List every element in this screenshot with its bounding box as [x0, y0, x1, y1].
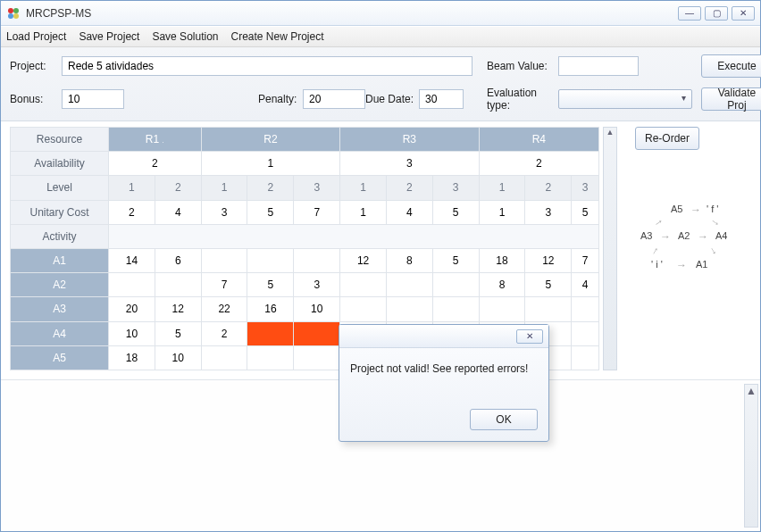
penalty-input[interactable] [303, 89, 365, 109]
svg-point-1 [13, 8, 19, 13]
rowhead-availability: Availability [11, 152, 109, 176]
rowhead-resource: Resource [11, 128, 109, 152]
arrow-icon: → [660, 230, 671, 243]
col-r3: R3 [340, 128, 479, 152]
arrow-icon: → [647, 243, 663, 258]
node-i: ' i ' [651, 259, 663, 270]
close-button[interactable]: ✕ [732, 6, 755, 21]
minimize-button[interactable]: — [678, 6, 701, 21]
rowhead-activity: Activity [11, 224, 109, 248]
menu-load-project[interactable]: Load Project [6, 30, 66, 43]
arrow-icon: → [690, 204, 701, 216]
window-controls: — ▢ ✕ [678, 6, 755, 21]
right-pane: Re-Order A5 → ' f ' A3 A2 A4 → → → → ' i… [631, 127, 751, 370]
rowhead-level: Level [11, 176, 109, 200]
node-a1: A1 [696, 259, 707, 270]
eval-combo[interactable] [558, 89, 692, 109]
menu-save-project[interactable]: Save Project [79, 30, 139, 43]
project-label: Project: [10, 60, 62, 72]
toolbar: Project: Beam Value: Execute Bonus: Pena… [1, 47, 760, 121]
col-r2: R2 [201, 128, 339, 152]
bottom-scrollbar[interactable]: ▲ [744, 384, 758, 528]
reorder-button[interactable]: Re-Order [635, 127, 699, 150]
eval-label: Evaluation type: [487, 87, 558, 112]
node-a4: A4 [715, 230, 727, 241]
arrow-icon: → [707, 214, 723, 230]
menu-save-solution[interactable]: Save Solution [152, 30, 218, 43]
dialog-ok-button[interactable]: OK [470, 409, 538, 430]
svg-point-2 [8, 13, 13, 19]
dialog-titlebar: ✕ [339, 325, 548, 348]
project-input[interactable] [62, 56, 472, 76]
duedate-label: Due Date: [365, 93, 419, 105]
svg-point-3 [13, 13, 19, 19]
menu-create-new-project[interactable]: Create New Project [231, 30, 324, 43]
bonus-input[interactable] [62, 89, 124, 109]
node-a2: A2 [678, 230, 690, 241]
row-a1: A1 146128518127 [11, 248, 599, 272]
beam-input[interactable] [558, 56, 639, 76]
dialog-message: Project not valid! See reported errors! [339, 348, 548, 402]
window-title: MRCPSP-MS [26, 7, 91, 20]
error-dialog: ✕ Project not valid! See reported errors… [339, 324, 549, 442]
col-r4: R4 [479, 128, 598, 152]
svg-point-0 [8, 8, 13, 13]
app-window: MRCPSP-MS — ▢ ✕ Load Project Save Projec… [0, 0, 761, 532]
node-a3: A3 [640, 230, 652, 241]
node-f: ' f ' [707, 204, 718, 214]
rowhead-ucost: Unitary Cost [11, 200, 109, 224]
app-icon [6, 6, 21, 21]
arrow-icon: → [676, 259, 687, 271]
node-a5: A5 [671, 204, 682, 214]
bonus-label: Bonus: [10, 93, 62, 105]
arrow-icon: → [706, 243, 722, 258]
titlebar: MRCPSP-MS — ▢ ✕ [1, 1, 760, 26]
duedate-input[interactable] [419, 89, 464, 109]
grid-scrollbar[interactable]: ▲ [603, 127, 617, 370]
menubar: Load Project Save Project Save Solution … [1, 26, 760, 47]
row-a2: A2 753854 [11, 273, 599, 297]
validate-button[interactable]: Validate Proj [701, 87, 761, 111]
execute-button[interactable]: Execute [701, 54, 761, 78]
dialog-close-button[interactable]: ✕ [516, 329, 543, 344]
row-a3: A3 2012221610 [11, 297, 599, 321]
arrow-icon: → [650, 214, 666, 230]
maximize-button[interactable]: ▢ [705, 6, 728, 21]
beam-label: Beam Value: [487, 60, 558, 72]
arrow-icon: → [698, 230, 708, 243]
col-r1: R1 . [109, 128, 202, 152]
penalty-label: Penalty: [258, 93, 303, 105]
precedence-graph: A5 → ' f ' A3 A2 A4 → → → → ' i ' → A1 →… [631, 204, 751, 328]
